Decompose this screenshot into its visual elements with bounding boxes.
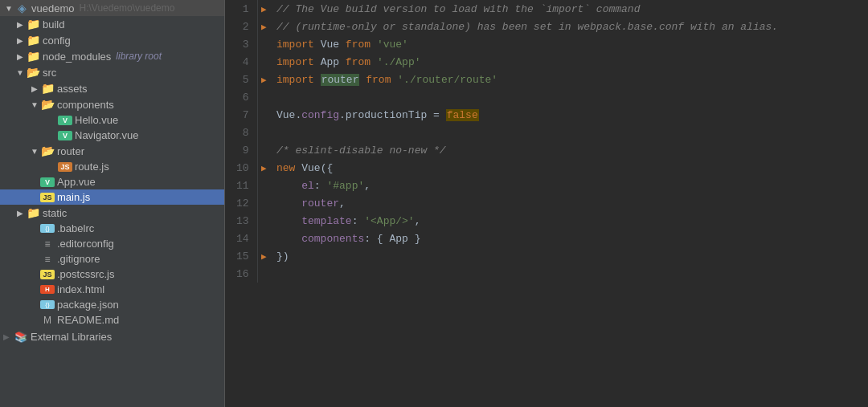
line-content[interactable]: Vue.config.productionTip = false bbox=[270, 106, 868, 124]
tree-item-hello-vue[interactable]: V Hello.vue bbox=[0, 112, 224, 128]
table-row: 2 ▶ // (runtime-only or standalone) has … bbox=[225, 18, 868, 35]
tree-item-app-vue[interactable]: V App.vue bbox=[0, 174, 224, 189]
line-number: 11 bbox=[225, 177, 257, 194]
file-icon-babelrc: {} bbox=[40, 224, 55, 233]
line-gutter bbox=[257, 88, 270, 106]
tree-item-vuedemo[interactable]: ▼ ◈ vuedemo H:\Vuedemo\vuedemo bbox=[0, 0, 224, 16]
line-gutter bbox=[257, 212, 270, 230]
line-content[interactable]: // (runtime-only or standalone) has been… bbox=[270, 18, 868, 35]
arrow-build: ▶ bbox=[14, 20, 26, 29]
line-content[interactable]: components: { App } bbox=[270, 230, 868, 247]
tree-item-build[interactable]: ▶ 📁 build bbox=[0, 16, 224, 32]
tree-item-readme[interactable]: M README.md bbox=[0, 312, 224, 328]
line-content[interactable]: import Vue from 'vue' bbox=[270, 35, 868, 53]
tree-item-node-modules[interactable]: ▶ 📁 node_modules library root bbox=[0, 48, 224, 64]
line-number: 13 bbox=[225, 212, 257, 230]
line-content[interactable]: import router from './router/route' bbox=[270, 71, 868, 88]
file-icon-hello-vue: V bbox=[58, 116, 72, 125]
line-content[interactable]: import App from './App' bbox=[270, 53, 868, 71]
line-gutter bbox=[257, 53, 270, 71]
folder-icon-router: 📂 bbox=[40, 144, 55, 157]
tree-item-babelrc[interactable]: {} .babelrc bbox=[0, 221, 224, 236]
folder-icon-config: 📁 bbox=[26, 34, 40, 47]
folder-icon-assets: 📁 bbox=[40, 82, 55, 95]
tree-item-router[interactable]: ▼ 📂 router bbox=[0, 143, 224, 159]
tree-item-navigator-vue[interactable]: V Navigator.vue bbox=[0, 128, 224, 143]
table-row: 8 bbox=[225, 124, 868, 141]
line-gutter bbox=[257, 230, 270, 247]
line-content[interactable]: template: '<App/>', bbox=[270, 212, 868, 230]
line-gutter: ▶ bbox=[257, 247, 270, 265]
line-content[interactable]: }) bbox=[270, 247, 868, 265]
table-row: 14 components: { App } bbox=[225, 230, 868, 247]
arrow-node-modules: ▶ bbox=[14, 52, 26, 61]
external-libraries-item[interactable]: ▶ 📚 External Libraries bbox=[0, 329, 224, 344]
table-row: 13 template: '<App/>', bbox=[225, 212, 868, 230]
table-row: 12 router, bbox=[225, 194, 868, 212]
line-number: 6 bbox=[225, 88, 257, 106]
table-row: 3 import Vue from 'vue' bbox=[225, 35, 868, 53]
tree-item-index-html[interactable]: H index.html bbox=[0, 282, 224, 297]
line-number: 4 bbox=[225, 53, 257, 71]
line-content[interactable]: /* eslint-disable no-new */ bbox=[270, 141, 868, 159]
arrow-assets: ▶ bbox=[29, 84, 40, 93]
file-icon-editorconfig: ≡ bbox=[40, 238, 55, 250]
arrow-static: ▶ bbox=[14, 209, 26, 218]
line-gutter bbox=[257, 35, 270, 53]
table-row: 16 bbox=[225, 265, 868, 283]
line-content[interactable] bbox=[270, 265, 868, 283]
file-icon-navigator-vue: V bbox=[58, 131, 72, 140]
table-row: 4 import App from './App' bbox=[225, 53, 868, 71]
tree-item-editorconfig[interactable]: ≡ .editorconfig bbox=[0, 236, 224, 251]
folder-icon-node-modules: 📁 bbox=[26, 50, 40, 63]
line-number: 16 bbox=[225, 265, 257, 283]
table-row: 7 Vue.config.productionTip = false bbox=[225, 106, 868, 124]
table-row: 10 ▶ new Vue({ bbox=[225, 159, 868, 177]
arrow-router: ▼ bbox=[29, 147, 40, 156]
line-content[interactable]: new Vue({ bbox=[270, 159, 868, 177]
folder-icon-static: 📁 bbox=[26, 206, 40, 219]
line-number: 15 bbox=[225, 247, 257, 265]
line-gutter bbox=[257, 265, 270, 283]
arrow-config: ▶ bbox=[14, 36, 26, 45]
line-gutter bbox=[257, 124, 270, 141]
line-number: 3 bbox=[225, 35, 257, 53]
line-gutter bbox=[257, 194, 270, 212]
file-icon-route-js: JS bbox=[58, 162, 72, 172]
tree-item-static[interactable]: ▶ 📁 static bbox=[0, 205, 224, 221]
tree-item-assets[interactable]: ▶ 📁 assets bbox=[0, 80, 224, 96]
line-content[interactable]: el: '#app', bbox=[270, 177, 868, 194]
code-editor[interactable]: 1 ▶ // The Vue build version to load wit… bbox=[225, 0, 868, 407]
file-icon-readme: M bbox=[40, 315, 55, 326]
table-row: 9 /* eslint-disable no-new */ bbox=[225, 141, 868, 159]
tree-item-gitignore[interactable]: ≡ .gitignore bbox=[0, 251, 224, 267]
line-number: 5 bbox=[225, 71, 257, 88]
table-row: 11 el: '#app', bbox=[225, 177, 868, 194]
line-gutter bbox=[257, 177, 270, 194]
folder-icon-components: 📂 bbox=[40, 98, 55, 111]
tree-item-src[interactable]: ▼ 📂 src bbox=[0, 64, 224, 80]
external-libraries-label: External Libraries bbox=[31, 331, 112, 343]
line-gutter: ▶ bbox=[257, 159, 270, 177]
tree-item-config[interactable]: ▶ 📁 config bbox=[0, 32, 224, 48]
file-icon-app-vue: V bbox=[40, 177, 55, 187]
table-row: 5 ▶ import router from './router/route' bbox=[225, 71, 868, 88]
line-content[interactable] bbox=[270, 124, 868, 141]
arrow-src: ▼ bbox=[14, 68, 26, 77]
code-table: 1 ▶ // The Vue build version to load wit… bbox=[225, 0, 868, 283]
tree-item-route-js[interactable]: JS route.js bbox=[0, 159, 224, 174]
line-content[interactable]: router, bbox=[270, 194, 868, 212]
arrow-components: ▼ bbox=[29, 100, 40, 109]
line-content[interactable]: // The Vue build version to load with th… bbox=[270, 0, 868, 18]
file-icon-package-json: {} bbox=[40, 300, 55, 309]
line-gutter bbox=[257, 141, 270, 159]
line-gutter: ▶ bbox=[257, 71, 270, 88]
file-tree-sidebar[interactable]: ▼ ◈ vuedemo H:\Vuedemo\vuedemo ▶ 📁 build… bbox=[0, 0, 225, 407]
line-number: 1 bbox=[225, 0, 257, 18]
tree-item-postcssrc[interactable]: JS .postcssrc.js bbox=[0, 267, 224, 282]
tree-item-main-js[interactable]: JS main.js bbox=[0, 189, 224, 205]
file-icon-main-js: JS bbox=[40, 193, 55, 202]
tree-item-package-json[interactable]: {} package.json bbox=[0, 297, 224, 312]
tree-item-components[interactable]: ▼ 📂 components bbox=[0, 96, 224, 112]
line-content[interactable] bbox=[270, 88, 868, 106]
